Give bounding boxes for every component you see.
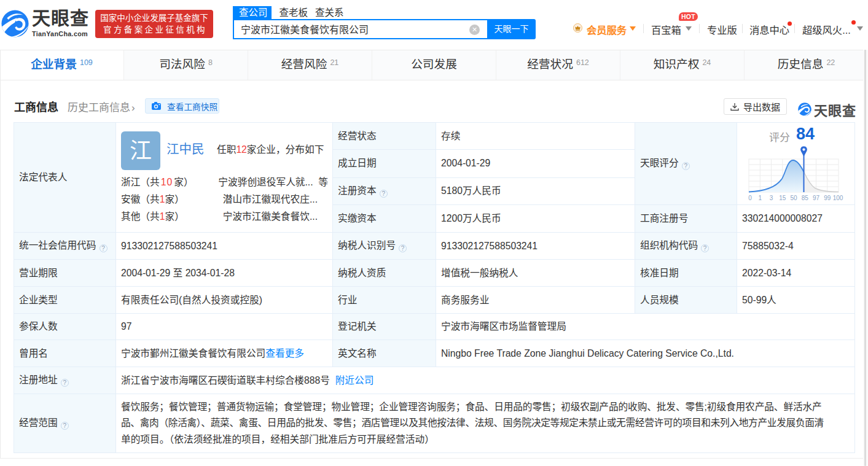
svg-text:85: 85	[802, 195, 809, 201]
svg-text:97: 97	[813, 195, 820, 201]
svg-text:50: 50	[790, 195, 797, 201]
svg-text:15: 15	[779, 195, 786, 201]
svg-text:3: 3	[770, 195, 773, 201]
svg-text:99: 99	[824, 195, 831, 201]
svg-text:100: 100	[833, 195, 843, 201]
svg-text:0: 0	[748, 195, 752, 201]
svg-text:1: 1	[758, 195, 762, 201]
